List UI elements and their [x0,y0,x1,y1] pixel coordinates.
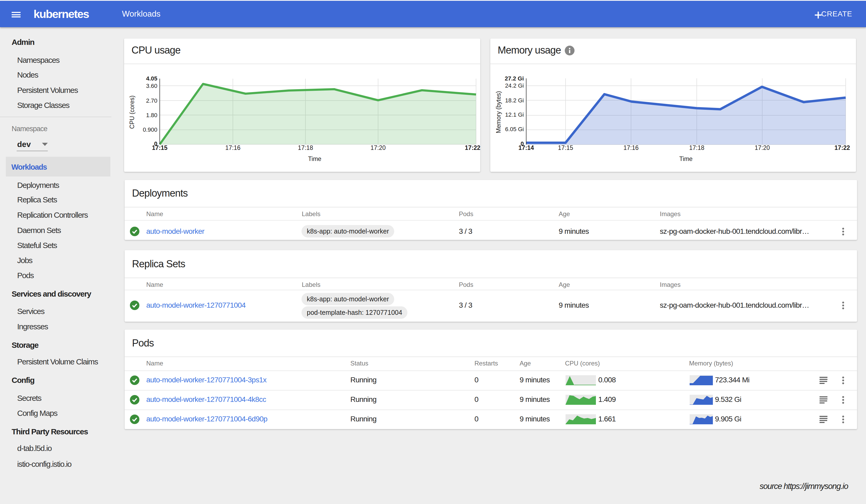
svg-text:17:18: 17:18 [689,144,704,151]
svg-text:Memory (bytes): Memory (bytes) [495,91,502,133]
svg-text:17:20: 17:20 [755,144,770,151]
svg-text:17:22: 17:22 [465,144,480,151]
svg-text:1.80: 1.80 [146,112,157,119]
svg-text:17:14: 17:14 [519,144,534,151]
svg-text:17:20: 17:20 [370,144,386,151]
svg-text:17:18: 17:18 [298,144,313,151]
svg-text:17:15: 17:15 [152,144,168,151]
svg-text:0.900: 0.900 [143,126,157,133]
svg-text:18.2 Gi: 18.2 Gi [505,97,524,104]
svg-text:Time: Time [679,155,692,162]
svg-text:17:16: 17:16 [623,144,639,151]
svg-text:27.2 Gi: 27.2 Gi [505,75,524,82]
svg-text:4.05: 4.05 [146,75,157,82]
svg-text:3.60: 3.60 [146,82,157,89]
svg-text:24.2 Gi: 24.2 Gi [505,82,524,89]
svg-text:17:22: 17:22 [835,144,850,151]
svg-text:CPU (cores): CPU (cores) [129,96,135,129]
svg-text:6.05 Gi: 6.05 Gi [505,126,524,133]
svg-text:17:15: 17:15 [558,144,573,151]
svg-text:Time: Time [308,155,321,162]
svg-text:2.70: 2.70 [146,97,157,104]
svg-text:17:16: 17:16 [225,144,241,151]
svg-text:12.1 Gi: 12.1 Gi [505,111,524,118]
